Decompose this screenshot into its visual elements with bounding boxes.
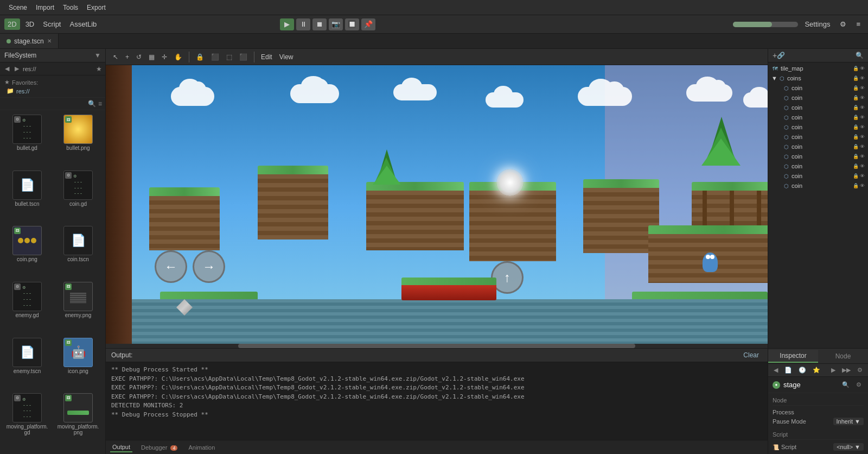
eye-icon[interactable]: 👁 <box>860 173 865 179</box>
viewport-scrollbar-h[interactable] <box>106 344 768 348</box>
scene-search-button[interactable]: 🔍 <box>856 52 864 59</box>
window-button[interactable]: 🔲 <box>345 18 359 30</box>
eye-icon[interactable]: 👁 <box>860 144 865 149</box>
eye-icon[interactable]: 👁 <box>860 154 865 159</box>
skeleton-button[interactable]: ⬛ <box>237 52 250 62</box>
file-item[interactable]: 📄 coin.tscn <box>53 224 103 279</box>
settings-extra-button[interactable]: ⚙ <box>837 18 850 30</box>
mode-script-button[interactable]: Script <box>40 18 64 30</box>
file-item[interactable]: 🖼 coin.png <box>2 224 52 279</box>
menu-tools[interactable]: Tools <box>59 3 82 12</box>
search-icon[interactable]: 🔍 <box>88 100 96 108</box>
snap-button[interactable]: ⬛ <box>208 52 222 62</box>
eye-icon[interactable]: 👁 <box>860 124 865 130</box>
add-node-button[interactable]: + <box>773 51 777 60</box>
left-arrow-control[interactable]: ← <box>155 250 187 283</box>
lock-icon[interactable]: 🔒 <box>853 163 859 169</box>
pin-button[interactable]: 📌 <box>361 18 375 30</box>
menu-export[interactable]: Export <box>82 3 110 12</box>
view-button[interactable]: View <box>277 52 296 62</box>
inspector-favorite-button[interactable]: ⭐ <box>810 365 822 375</box>
tree-item-coins[interactable]: ▼ ⬡ coins 🔒 👁 <box>768 73 868 83</box>
lock-icon[interactable]: 🔒 <box>853 85 859 91</box>
tree-item-tile-map[interactable]: 🗺 tile_map 🔒 👁 <box>768 64 868 73</box>
lock-icon[interactable]: 🔒 <box>853 115 859 120</box>
tree-item-coin-5[interactable]: ⬡ coin 🔒 👁 <box>768 122 868 132</box>
add-tool-button[interactable]: + <box>123 52 132 62</box>
inspector-settings-button[interactable]: ⚙ <box>855 365 865 375</box>
menu-import[interactable]: Import <box>31 3 59 12</box>
lock-icon[interactable]: 🔒 <box>853 95 859 100</box>
inspector-next-button[interactable]: ▶ <box>829 365 838 375</box>
file-item[interactable]: ⚙--------- ⚙ coin.gd <box>53 168 103 223</box>
right-arrow-control[interactable]: → <box>193 250 225 283</box>
inspector-node-search[interactable]: 🔍 <box>840 380 852 389</box>
lock-button[interactable]: 🔒 <box>193 52 207 62</box>
inspector-history-button[interactable]: 🕐 <box>796 365 808 375</box>
eye-icon[interactable]: 👁 <box>860 66 865 71</box>
tree-item-coin-11[interactable]: ⬡ coin 🔒 👁 <box>768 181 868 191</box>
settings-more-button[interactable]: ≡ <box>853 18 864 30</box>
game-canvas[interactable]: ← → ↑ <box>106 65 768 348</box>
tab-close[interactable]: ✕ <box>47 38 52 44</box>
inspector-tab-node[interactable]: Node <box>818 350 868 362</box>
lock-icon[interactable]: 🔒 <box>853 154 859 159</box>
lock-icon[interactable]: 🔒 <box>853 134 859 140</box>
mode-assetlib-button[interactable]: AssetLib <box>66 18 100 30</box>
tree-item-coin-4[interactable]: ⬡ coin 🔒 👁 <box>768 112 868 122</box>
inspector-tab-inspector[interactable]: Inspector <box>768 350 818 363</box>
tree-item-coin-9[interactable]: ⬡ coin 🔒 👁 <box>768 161 868 171</box>
tab-stage-tscn[interactable]: stage.tscn ✕ <box>0 34 59 48</box>
link-node-button[interactable]: 🔗 <box>777 52 785 59</box>
inspector-node-settings[interactable]: ⚙ <box>854 380 864 389</box>
tree-item-coin-2[interactable]: ⬡ coin 🔒 👁 <box>768 93 868 103</box>
list-view-icon[interactable]: ≡ <box>98 100 102 108</box>
select-tool-button[interactable]: ↖ <box>110 52 121 62</box>
file-item[interactable]: 🖼 enemy.png <box>53 280 103 335</box>
lock-icon[interactable]: 🔒 <box>853 124 859 130</box>
favorites-item-res[interactable]: 📁 res:// <box>4 87 101 95</box>
pause-button[interactable]: ⏸ <box>296 18 310 30</box>
eye-icon[interactable]: 👁 <box>860 183 865 188</box>
clear-button[interactable]: Clear <box>740 351 762 360</box>
tree-item-coin-1[interactable]: ⬡ coin 🔒 👁 <box>768 83 868 93</box>
file-item[interactable]: 🖼 🤖 icon.png <box>53 336 103 390</box>
fs-favorite-button[interactable]: ★ <box>96 65 102 73</box>
stop-button[interactable]: ⏹ <box>312 18 327 30</box>
lock-icon[interactable]: 🔒 <box>853 105 859 110</box>
filesystem-dropdown[interactable]: ▼ <box>94 52 101 59</box>
eye-icon[interactable]: 👁 <box>860 105 865 110</box>
tree-item-coin-7[interactable]: ⬡ coin 🔒 👁 <box>768 142 868 152</box>
inspector-back-button[interactable]: ◀ <box>771 365 780 375</box>
rotate-tool-button[interactable]: ↺ <box>133 52 144 62</box>
script-dropdown[interactable]: <null> ▼ <box>833 443 864 451</box>
output-tab-debugger[interactable]: Debugger 4 <box>139 443 180 452</box>
mode-2d-button[interactable]: 2D <box>4 18 20 30</box>
tree-item-coin-10[interactable]: ⬡ coin 🔒 👁 <box>768 171 868 181</box>
file-item[interactable]: ⚙--------- ⚙ bullet.gd <box>2 112 52 167</box>
output-tab-animation[interactable]: Animation <box>186 443 217 452</box>
fs-back-button[interactable]: ◀ <box>3 65 11 73</box>
file-item[interactable]: 📄 enemy.tscn <box>2 336 52 390</box>
lock-icon[interactable]: 🔒 <box>853 173 859 179</box>
cross-tool-button[interactable]: ✛ <box>159 52 170 62</box>
file-item[interactable]: 🖼 bullet.png <box>53 112 103 167</box>
edit-button[interactable]: Edit <box>258 52 275 62</box>
inspector-file-button[interactable]: 📄 <box>782 365 794 375</box>
search-input[interactable] <box>3 100 86 107</box>
eye-icon[interactable]: 👁 <box>860 75 865 81</box>
output-tab-output[interactable]: Output <box>110 443 132 452</box>
play-button[interactable]: ▶ <box>280 18 294 30</box>
tree-item-coin-3[interactable]: ⬡ coin 🔒 👁 <box>768 103 868 112</box>
tree-item-coin-6[interactable]: ⬡ coin 🔒 👁 <box>768 132 868 142</box>
file-item[interactable]: 📄 bullet.tscn <box>2 168 52 223</box>
pan-tool-button[interactable]: ✋ <box>171 52 185 62</box>
menu-scene[interactable]: Scene <box>4 3 31 12</box>
grid-snap-button[interactable]: ⬚ <box>224 52 235 62</box>
lock-icon[interactable]: 🔒 <box>853 75 859 81</box>
file-item[interactable]: 🖼 moving_platform.png <box>53 391 103 452</box>
mode-3d-button[interactable]: 3D <box>22 18 38 30</box>
file-item[interactable]: ⚙--------- ⚙ enemy.gd <box>2 280 52 335</box>
grid-tool-button[interactable]: ▦ <box>146 52 157 62</box>
tree-item-coin-8[interactable]: ⬡ coin 🔒 👁 <box>768 152 868 161</box>
